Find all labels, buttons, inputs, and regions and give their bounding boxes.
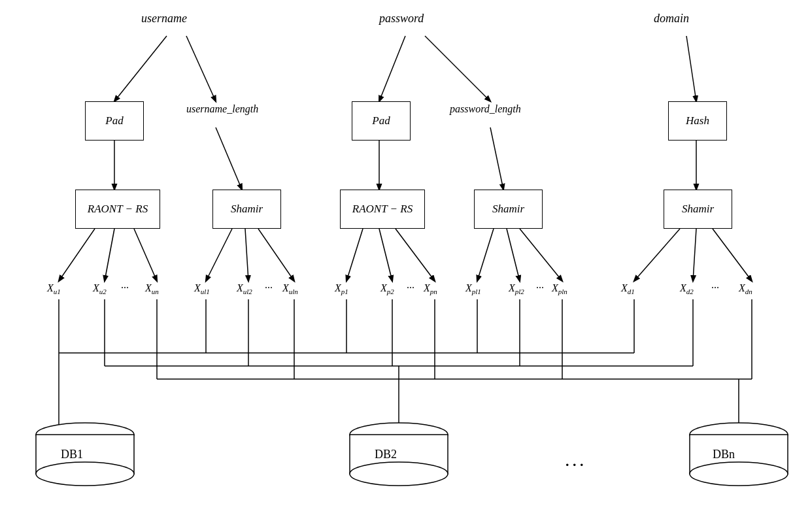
xdn-label: Xdn — [739, 282, 752, 295]
svg-line-5 — [425, 36, 490, 101]
raont2-box: RAONT − RS — [340, 190, 425, 229]
svg-line-7 — [490, 127, 503, 190]
xu2-label: Xu2 — [93, 282, 107, 295]
svg-line-0 — [114, 36, 167, 101]
svg-line-4 — [379, 36, 405, 101]
xpl-dots: ··· — [536, 282, 544, 294]
svg-line-22 — [634, 229, 680, 281]
db2-label: DB2 — [375, 448, 397, 461]
xd-dots: ··· — [711, 282, 719, 294]
password-length-label: password_length — [450, 103, 521, 115]
svg-line-23 — [693, 229, 696, 281]
xu1-label: Xu1 — [47, 282, 61, 295]
shamir2-box: Shamir — [474, 190, 543, 229]
svg-line-14 — [245, 229, 248, 281]
raont1-box: RAONT − RS — [75, 190, 160, 229]
svg-line-24 — [713, 229, 752, 281]
xu-dots: ··· — [121, 282, 129, 294]
xd1-label: Xd1 — [621, 282, 635, 295]
dbn-label: DBn — [713, 448, 735, 461]
svg-line-12 — [134, 229, 157, 281]
xd2-label: Xd2 — [680, 282, 694, 295]
xun-label: Xun — [145, 282, 159, 295]
xp2-label: Xp2 — [380, 282, 394, 295]
svg-line-16 — [346, 229, 363, 281]
svg-line-10 — [59, 229, 95, 281]
xul-dots: ··· — [265, 282, 273, 294]
svg-line-13 — [206, 229, 232, 281]
pad1-box: Pad — [85, 101, 144, 141]
svg-line-21 — [520, 229, 562, 281]
db1-label: DB1 — [61, 448, 83, 461]
db-dots: · · · — [565, 456, 584, 473]
svg-line-3 — [216, 127, 242, 190]
svg-point-54 — [690, 462, 788, 486]
svg-line-11 — [105, 229, 114, 281]
xpln-label: Xpln — [552, 282, 567, 295]
xpl2-label: Xpl2 — [509, 282, 524, 295]
svg-point-51 — [350, 462, 448, 486]
svg-line-18 — [396, 229, 435, 281]
xul2-label: Xul2 — [237, 282, 252, 295]
svg-point-48 — [36, 462, 134, 486]
xpn-label: Xpn — [424, 282, 437, 295]
username-label: username — [141, 12, 187, 25]
diagram: username password domain username_length… — [0, 0, 810, 532]
xpl1-label: Xpl1 — [465, 282, 481, 295]
svg-line-8 — [686, 36, 696, 101]
pad2-box: Pad — [352, 101, 411, 141]
svg-line-1 — [186, 36, 216, 101]
xp-dots: ··· — [407, 282, 414, 294]
svg-line-17 — [379, 229, 392, 281]
hash-box: Hash — [668, 101, 727, 141]
svg-line-15 — [258, 229, 294, 281]
xuln-label: Xuln — [282, 282, 298, 295]
svg-line-20 — [507, 229, 520, 281]
shamir1-box: Shamir — [212, 190, 281, 229]
xp1-label: Xp1 — [335, 282, 348, 295]
domain-label: domain — [654, 12, 689, 25]
password-label: password — [379, 12, 424, 25]
svg-line-19 — [477, 229, 494, 281]
xul1-label: Xul1 — [194, 282, 210, 295]
username-length-label: username_length — [186, 103, 258, 115]
shamir3-box: Shamir — [664, 190, 732, 229]
